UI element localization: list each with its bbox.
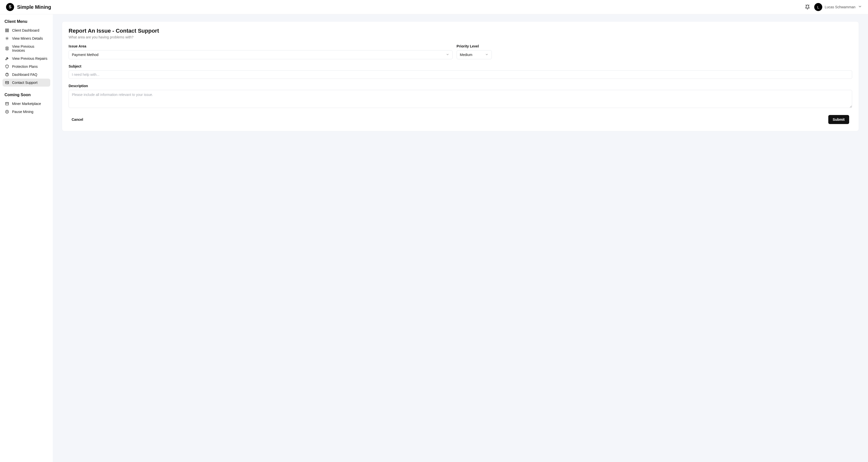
description-label: Description (69, 84, 852, 88)
chevron-down-icon (485, 53, 489, 57)
issue-area-value: Payment Method (72, 53, 98, 57)
priority-label: Priority Level (457, 44, 492, 48)
brand-logo: S (6, 3, 14, 11)
svg-point-4 (6, 38, 7, 39)
sidebar-section-client: Client Menu Client Dashboard View Miners… (2, 18, 50, 87)
sidebar-item-label: Dashboard FAQ (12, 72, 37, 76)
sidebar-heading-client: Client Menu (2, 18, 50, 26)
priority-value: Medium (460, 53, 472, 57)
invoice-icon (5, 46, 9, 51)
sidebar-item-contact-support[interactable]: Contact Support (2, 78, 50, 87)
page-title: Report An Issue - Contact Support (69, 28, 852, 34)
card-actions: Cancel Submit (69, 115, 852, 125)
support-form-card: Report An Issue - Contact Support What a… (62, 21, 859, 131)
pause-icon (5, 110, 9, 114)
cancel-button[interactable]: Cancel (72, 118, 83, 122)
sidebar-item-miner-marketplace[interactable]: Miner Marketplace (2, 100, 50, 108)
sidebar-item-label: Contact Support (12, 80, 37, 85)
svg-rect-2 (7, 31, 8, 32)
subject-label: Subject (69, 64, 852, 68)
brand-name: Simple Mining (17, 4, 51, 10)
miners-icon (5, 36, 9, 40)
store-icon (5, 102, 9, 106)
svg-rect-1 (7, 29, 8, 30)
sidebar-item-label: Miner Marketplace (12, 102, 41, 106)
help-icon (5, 72, 9, 76)
svg-rect-0 (5, 29, 7, 30)
user-name: Lucas Schwamman (825, 5, 856, 9)
dashboard-icon (5, 28, 9, 32)
chevron-down-icon (858, 4, 862, 9)
chevron-down-icon (446, 53, 449, 57)
svg-point-10 (5, 110, 8, 113)
sidebar-item-label: View Miners Details (12, 36, 43, 40)
sidebar-item-label: Protection Plans (12, 65, 38, 69)
page-subtitle: What area are you having problems with? (69, 35, 852, 39)
sidebar-item-view-previous-repairs[interactable]: View Previous Repairs (2, 55, 50, 63)
description-textarea[interactable] (69, 90, 852, 108)
sidebar-item-label: View Previous Repairs (12, 57, 48, 61)
sidebar-heading-coming-soon: Coming Soon (2, 91, 50, 100)
notifications-icon[interactable] (805, 4, 810, 10)
mail-check-icon (5, 80, 9, 85)
issue-area-select[interactable]: Payment Method (69, 50, 453, 59)
form-group-priority: Priority Level Medium (457, 44, 492, 59)
sidebar-item-label: View Previous Invoices (12, 44, 48, 53)
subject-input[interactable] (69, 70, 852, 79)
header: S Simple Mining L Lucas Schwamman (0, 0, 868, 14)
form-group-issue-area: Issue Area Payment Method (69, 44, 453, 59)
sidebar-section-coming-soon: Coming Soon Miner Marketplace Pause Mini… (2, 91, 50, 116)
svg-rect-3 (5, 31, 7, 32)
form-group-description: Description (69, 84, 852, 108)
sidebar-item-label: Pause Mining (12, 110, 33, 114)
user-menu[interactable]: L Lucas Schwamman (814, 3, 862, 11)
avatar: L (814, 3, 822, 11)
content-area: Report An Issue - Contact Support What a… (53, 14, 868, 462)
wrench-icon (5, 57, 9, 61)
sidebar-item-client-dashboard[interactable]: Client Dashboard (2, 26, 50, 34)
sidebar-item-protection-plans[interactable]: Protection Plans (2, 63, 50, 71)
header-right: L Lucas Schwamman (805, 3, 862, 11)
priority-select[interactable]: Medium (457, 50, 492, 59)
sidebar-item-view-miners-details[interactable]: View Miners Details (2, 34, 50, 42)
form-row-top: Issue Area Payment Method Priority Level… (69, 44, 852, 59)
sidebar: Client Menu Client Dashboard View Miners… (0, 14, 53, 462)
svg-point-5 (6, 37, 8, 40)
submit-button[interactable]: Submit (828, 115, 849, 124)
issue-area-label: Issue Area (69, 44, 453, 48)
brand[interactable]: S Simple Mining (6, 3, 51, 11)
shield-icon (5, 65, 9, 69)
sidebar-item-pause-mining[interactable]: Pause Mining (2, 108, 50, 116)
form-group-subject: Subject (69, 64, 852, 79)
sidebar-item-label: Client Dashboard (12, 28, 39, 32)
sidebar-item-view-previous-invoices[interactable]: View Previous Invoices (2, 42, 50, 55)
sidebar-item-dashboard-faq[interactable]: Dashboard FAQ (2, 71, 50, 78)
